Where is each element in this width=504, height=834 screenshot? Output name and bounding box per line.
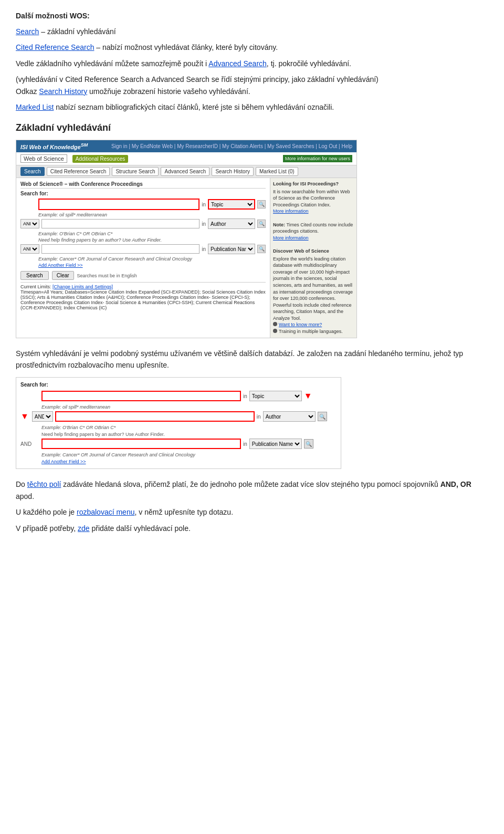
para-search: Search – základní vyhledávání bbox=[16, 26, 488, 37]
search-input-3[interactable] bbox=[41, 244, 200, 254]
nav-tab-cited[interactable]: Cited Reference Search bbox=[47, 167, 110, 176]
cited-desc: – nabízí možnost vyhledávat články, kter… bbox=[94, 43, 278, 51]
wos-header-bar: ISI Web of KnowledgeSM Sign in | My EndN… bbox=[16, 140, 356, 152]
marked-list-link[interactable]: Marked List bbox=[16, 103, 54, 111]
wos-logo-bar: Web of Science Additional Resources More… bbox=[16, 152, 356, 165]
nav-tab-structure[interactable]: Structure Search bbox=[112, 167, 159, 176]
wos-nav-tabs: Search Cited Reference Search Structure … bbox=[16, 165, 356, 178]
web-of-science-tab-label: Web of Science bbox=[20, 154, 67, 163]
section-title: Základní vyhledávání bbox=[16, 122, 488, 133]
advanced-after: , tj. pokročilé vyhledávání. bbox=[267, 59, 351, 68]
techto-poli-link[interactable]: těchto polí bbox=[27, 480, 61, 488]
more-info-link-2[interactable]: More information bbox=[273, 235, 309, 241]
nav-tab-advanced[interactable]: Advanced Search bbox=[161, 167, 209, 176]
search-for-label: Search for: bbox=[20, 191, 266, 196]
author-select-2[interactable]: Author bbox=[208, 218, 255, 229]
more-info-link-1[interactable]: More information bbox=[273, 208, 309, 214]
wos-header-links: Sign in | My EndNote Web | My Researcher… bbox=[111, 143, 352, 149]
must-english-label: Searches must be in English bbox=[77, 273, 137, 278]
row2-in-label: in bbox=[202, 221, 206, 227]
rozbalovaci-after: , v němž upřesníte typ dotazu. bbox=[134, 508, 233, 516]
sdb-field-select-1[interactable]: Topic bbox=[249, 391, 302, 401]
sdb-field-select-2[interactable]: Author bbox=[263, 411, 316, 422]
sdb-operator-2[interactable]: AND bbox=[32, 411, 53, 422]
zde-link[interactable]: zde bbox=[78, 524, 90, 533]
para-do-techto: Do těchto polí zadáváte hledaná slova, p… bbox=[16, 478, 488, 502]
btn-row: Search Clear Searches must be in English bbox=[20, 271, 266, 280]
add-another-field-link[interactable]: Add Another Field >> bbox=[38, 263, 266, 268]
search-row-2: AND in Author 🔍 bbox=[20, 218, 266, 229]
search-link[interactable]: Search bbox=[16, 27, 39, 36]
row3-operator[interactable]: AND bbox=[20, 244, 39, 254]
sdb-dropdown-arrow-1: ▼ bbox=[304, 391, 312, 401]
sdb-example-1: Example: oil spill* mediterranean bbox=[41, 404, 337, 410]
row2-search-icon[interactable]: 🔍 bbox=[257, 220, 266, 228]
sdb-field-select-3[interactable]: Publication Name bbox=[249, 439, 302, 449]
sdb-input-2[interactable] bbox=[55, 411, 255, 422]
pubname-select-3[interactable]: Publication Name bbox=[208, 244, 255, 254]
row2-operator[interactable]: AND bbox=[20, 219, 39, 228]
change-limits-link[interactable]: [Change Limits and Settings] bbox=[52, 284, 113, 289]
cited-reference-search-link[interactable]: Cited Reference Search bbox=[16, 43, 94, 51]
sdb-input-3[interactable] bbox=[41, 439, 241, 449]
advanced-search-link[interactable]: Advanced Search bbox=[208, 59, 267, 68]
apod-text: apod. bbox=[16, 492, 34, 501]
or-bold: , OR bbox=[456, 480, 471, 488]
wos-subtitle-label: Web of Science® – with Conference Procee… bbox=[20, 181, 266, 189]
para-cited: Cited Reference Search – nabízí možnost … bbox=[16, 41, 488, 53]
additional-resources-button[interactable]: Additional Resources bbox=[72, 155, 129, 163]
training-label: Training in multiple languages. bbox=[279, 329, 343, 334]
row2-help: Need help finding papers by an author? U… bbox=[38, 237, 266, 243]
rozbalovaci-menu-link[interactable]: rozbalovací menu bbox=[77, 508, 135, 516]
current-limits-label: Current Limits: bbox=[20, 284, 51, 289]
sdb-label: Search for: bbox=[20, 382, 337, 388]
row1-search-icon[interactable]: 🔍 bbox=[257, 200, 266, 208]
sdb-input-1[interactable] bbox=[41, 391, 241, 401]
search-detail-box: Search for: in Topic ▼ Example: oil spil… bbox=[16, 377, 341, 469]
search-button[interactable]: Search bbox=[20, 271, 49, 280]
para-marked: Marked List nabízí seznam bibliografický… bbox=[16, 101, 488, 113]
row1-input-wrapper bbox=[38, 199, 200, 210]
nav-tab-marked[interactable]: Marked List (0) bbox=[256, 167, 298, 176]
nav-tab-history[interactable]: Search History bbox=[212, 167, 254, 176]
history-after: umožňuje zobrazení historie vašeho vyhle… bbox=[87, 87, 250, 96]
search-history-link[interactable]: Search History bbox=[39, 87, 87, 96]
wos-logo-text-header: ISI Web of KnowledgeSM bbox=[20, 142, 88, 150]
search-row-1: in Topic 🔍 bbox=[20, 199, 266, 210]
marked-after: nabízí seznam bibliografických citací čl… bbox=[54, 103, 334, 111]
heading-dalsi: Další možnosti WOS: bbox=[16, 11, 488, 22]
row2-example: Example: O'Brian C* OR OBrian C* bbox=[38, 231, 266, 236]
para-v-pripade: V případě potřeby, zde přidáte další vyh… bbox=[16, 523, 488, 534]
wos-main-area: Web of Science® – with Conference Procee… bbox=[16, 178, 356, 338]
search-row-3: AND in Publication Name 🔍 bbox=[20, 244, 266, 254]
search-input-2[interactable] bbox=[41, 219, 200, 228]
vedle-text: Vedle základního vyhledávání můžete samo… bbox=[16, 59, 208, 68]
row3-example: Example: Cancer* OR Journal of Cancer Re… bbox=[38, 256, 266, 262]
sdb-add-field[interactable]: Add Another Field >> bbox=[41, 459, 337, 464]
sdb-in-1: in bbox=[243, 393, 247, 399]
row3-in-label: in bbox=[202, 246, 206, 252]
sdb-in-3: in bbox=[243, 441, 247, 447]
discover-title: Discover Web of Science bbox=[273, 248, 354, 255]
sdb-row2-red-arrow: ▼ bbox=[20, 412, 29, 421]
row3-search-icon[interactable]: 🔍 bbox=[257, 245, 266, 253]
want-know-link[interactable]: Want to know more? bbox=[279, 322, 322, 327]
u-kazdeho-text: U každého pole je bbox=[16, 508, 77, 516]
sdb-row-1: in Topic ▼ bbox=[20, 391, 337, 401]
topic-select-1[interactable]: Topic bbox=[208, 199, 255, 210]
clear-button[interactable]: Clear bbox=[52, 271, 74, 280]
sdb-search-icon-2[interactable]: 🔍 bbox=[318, 412, 327, 421]
sdb-search-icon-3[interactable]: 🔍 bbox=[304, 439, 313, 449]
parenthetical-text: (vyhledávání v Cited Reference Search a … bbox=[16, 75, 379, 84]
sdb-row-3: AND in Publication Name 🔍 bbox=[20, 439, 337, 449]
wos-screenshot-box: ISI Web of KnowledgeSM Sign in | My EndN… bbox=[16, 140, 357, 338]
para-vedle: Vedle základního vyhledávání můžete samo… bbox=[16, 58, 488, 69]
promo-text: It is now searchable from within Web of … bbox=[273, 189, 350, 207]
nav-tab-search[interactable]: Search bbox=[20, 167, 45, 176]
para-system: Systém vyhledávání je velmi podobný syst… bbox=[16, 348, 488, 371]
wos-sidebar: Looking for ISI Proceedings? It is now s… bbox=[270, 178, 356, 338]
current-limits-area: Current Limits: [Change Limits and Setti… bbox=[20, 282, 266, 310]
do-techto-after: zadáváte hledaná slova, přičemž platí, ž… bbox=[61, 480, 440, 488]
search-input-1[interactable] bbox=[39, 200, 198, 209]
sdb-row-2: ▼ AND in Author 🔍 bbox=[20, 411, 337, 422]
